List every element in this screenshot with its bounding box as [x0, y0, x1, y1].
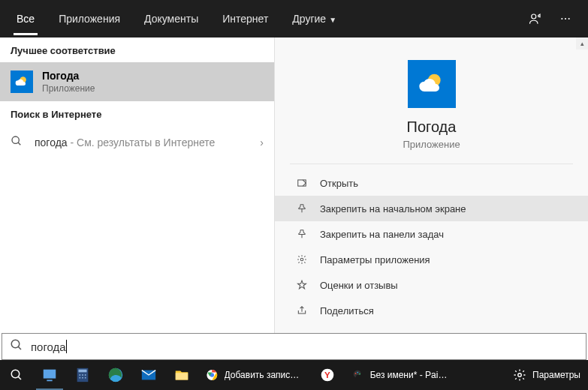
web-search-result[interactable]: погода - См. результаты в Интернете › [0, 126, 274, 159]
scrollbar-up[interactable]: ▴ [576, 38, 588, 50]
svg-point-3 [568, 18, 570, 20]
chrome-icon [206, 368, 219, 382]
share-icon [296, 304, 308, 316]
star-icon [296, 279, 308, 291]
preview-app-icon [408, 60, 456, 108]
svg-point-23 [79, 377, 80, 379]
taskbar: Добавить запись ‹ ... Y Без имени* - Pai… [0, 360, 588, 390]
action-open[interactable]: Открыть [275, 170, 588, 196]
gear-icon [296, 254, 308, 266]
svg-point-0 [532, 14, 536, 19]
svg-line-13 [18, 346, 21, 350]
result-subtitle: Приложение [42, 83, 95, 94]
svg-point-21 [82, 374, 83, 376]
yandex-icon: Y [320, 368, 335, 382]
search-icon [10, 338, 23, 355]
tab-apps[interactable]: Приложения [47, 2, 132, 35]
taskbar-paint[interactable]: Без имени* - Paint ... [344, 360, 457, 390]
svg-rect-17 [47, 380, 52, 381]
svg-rect-19 [79, 370, 87, 373]
taskbar-settings[interactable]: Параметры [505, 360, 588, 390]
pin-start-icon [296, 202, 308, 214]
taskbar-chrome[interactable]: Добавить запись ‹ ... [198, 360, 311, 390]
result-title: Погода [42, 70, 95, 82]
svg-point-22 [85, 374, 86, 376]
search-icon [11, 135, 24, 150]
best-match-result[interactable]: Погода Приложение [0, 62, 274, 101]
svg-point-14 [11, 370, 20, 378]
pin-taskbar-icon [296, 228, 308, 240]
svg-rect-28 [176, 373, 188, 380]
svg-rect-16 [44, 370, 56, 379]
svg-text:Y: Y [324, 370, 330, 380]
svg-point-36 [518, 374, 522, 377]
svg-line-6 [18, 142, 20, 145]
action-pin-start[interactable]: Закрепить на начальном экране [275, 196, 588, 221]
weather-app-icon [11, 70, 33, 93]
results-panel: Лучшее соответствие Погода Приложение По… [0, 38, 275, 333]
paint-icon [351, 368, 364, 382]
svg-point-34 [357, 372, 358, 374]
taskbar-calculator[interactable] [66, 360, 99, 390]
svg-rect-8 [298, 180, 306, 186]
search-bar[interactable]: погода [2, 333, 586, 360]
search-tabs: Все Приложения Документы Интернет Другие… [5, 2, 348, 35]
svg-point-35 [359, 374, 360, 375]
preview-subtitle: Приложение [290, 139, 573, 150]
chevron-right-icon: › [260, 136, 264, 148]
taskbar-edge[interactable] [99, 360, 132, 390]
preview-title: Погода [290, 118, 573, 136]
taskbar-task-view[interactable] [33, 360, 66, 390]
taskbar-yandex[interactable]: Y [311, 360, 344, 390]
taskbar-explorer[interactable] [165, 360, 198, 390]
feedback-icon[interactable] [523, 7, 547, 31]
web-result-text: погода - См. результаты в Интернете [35, 136, 249, 148]
svg-point-24 [82, 377, 83, 379]
svg-point-20 [79, 374, 80, 376]
svg-point-33 [355, 373, 357, 374]
action-rate-review[interactable]: Оценки и отзывы [275, 272, 588, 298]
action-share[interactable]: Поделиться [275, 298, 588, 323]
tab-more[interactable]: Другие▼ [280, 2, 348, 35]
svg-point-25 [85, 377, 86, 379]
preview-panel: ▴ Погода Приложение Открыть Закрепить на… [275, 38, 588, 333]
tab-internet[interactable]: Интернет [210, 2, 280, 35]
search-input[interactable]: погода [31, 340, 66, 353]
tab-documents[interactable]: Документы [132, 2, 210, 35]
open-icon [296, 177, 308, 189]
action-pin-taskbar[interactable]: Закрепить на панели задач [275, 221, 588, 247]
gear-icon [513, 368, 526, 382]
chevron-down-icon: ▼ [329, 16, 336, 24]
web-search-label: Поиск в Интернете [0, 101, 274, 126]
search-header: Все Приложения Документы Интернет Другие… [0, 0, 588, 38]
taskbar-mail[interactable] [132, 360, 165, 390]
action-app-settings[interactable]: Параметры приложения [275, 247, 588, 272]
svg-point-12 [11, 340, 20, 348]
more-icon[interactable] [553, 7, 577, 31]
svg-point-1 [561, 18, 562, 20]
tab-all[interactable]: Все [5, 2, 47, 35]
preview-actions: Открыть Закрепить на начальном экране За… [275, 164, 588, 329]
svg-point-11 [300, 258, 303, 261]
best-match-label: Лучшее соответствие [0, 38, 274, 62]
taskbar-search-button[interactable] [0, 360, 33, 390]
svg-point-5 [12, 136, 19, 143]
svg-point-2 [565, 18, 566, 20]
svg-line-15 [18, 376, 21, 380]
